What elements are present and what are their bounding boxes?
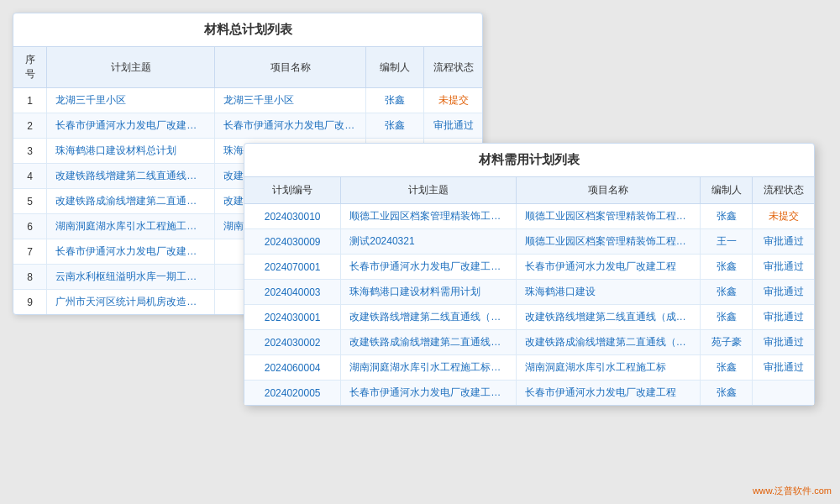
seq-cell: 7 — [13, 239, 47, 265]
seq-cell: 2 — [13, 113, 47, 139]
watermark-brand: 泛普软件 — [774, 486, 811, 496]
editor-cell: 张鑫 — [700, 355, 753, 381]
seq-cell: 9 — [13, 290, 47, 315]
editor-cell: 张鑫 — [700, 381, 753, 406]
project-cell: 龙湖三千里小区 — [215, 88, 366, 113]
editor-cell: 张鑫 — [366, 113, 424, 139]
theme-cell: 珠海鹤港口建设材料总计划 — [47, 139, 215, 164]
theme-cell: 长春市伊通河水力发电厂改建工程材料总计划 — [47, 239, 215, 265]
table2-header-row: 计划编号 计划主题 项目名称 编制人 流程状态 — [244, 177, 814, 204]
seq-cell: 6 — [13, 214, 47, 239]
table1-col-project: 项目名称 — [215, 47, 366, 88]
theme-cell: 长春市伊通河水力发电厂改建工程材… — [341, 381, 517, 406]
table-row[interactable]: 1 龙湖三千里小区 龙湖三千里小区 张鑫 未提交 — [13, 88, 482, 113]
code-cell: 2024030001 — [244, 305, 341, 330]
editor-cell: 张鑫 — [700, 255, 753, 280]
theme-cell: 广州市天河区统计局机房改造项目材料总计划 — [47, 290, 215, 315]
seq-cell: 4 — [13, 164, 47, 189]
project-cell: 珠海鹤港口建设 — [516, 280, 700, 305]
project-cell: 改建铁路线增建第二线直通线（成都… — [516, 305, 700, 330]
table-row[interactable]: 2024030002 改建铁路成渝线增建第二直通线（成… 改建铁路成渝线增建第二… — [244, 330, 814, 355]
editor-cell: 张鑫 — [700, 305, 753, 330]
editor-cell: 张鑫 — [700, 280, 753, 305]
table1-col-theme: 计划主题 — [47, 47, 215, 88]
table-row[interactable]: 2024020005 长春市伊通河水力发电厂改建工程材… 长春市伊通河水力发电厂… — [244, 381, 814, 406]
watermark: www.泛普软件.com — [753, 485, 832, 497]
theme-cell: 龙湖三千里小区 — [47, 88, 215, 113]
project-cell: 顺德工业园区档案管理精装饰工程（… — [516, 204, 700, 229]
theme-cell: 改建铁路成渝线增建第二直通线（成… — [341, 330, 517, 355]
code-cell: 2024030009 — [244, 229, 341, 255]
code-cell: 2024070001 — [244, 255, 341, 280]
table2-col-status: 流程状态 — [753, 177, 814, 204]
theme-cell: 测试20240321 — [341, 229, 517, 255]
code-cell: 2024040003 — [244, 280, 341, 305]
table-row[interactable]: 2024060004 湖南洞庭湖水库引水工程施工标材… 湖南洞庭湖水库引水工程施… — [244, 355, 814, 381]
project-cell: 顺德工业园区档案管理精装饰工程（… — [516, 229, 700, 255]
seq-cell: 1 — [13, 88, 47, 113]
table2-col-code: 计划编号 — [244, 177, 341, 204]
theme-cell: 珠海鹤港口建设材料需用计划 — [341, 280, 517, 305]
project-cell: 长春市伊通河水力发电厂改建工程 — [215, 113, 366, 139]
table-row[interactable]: 2024040003 珠海鹤港口建设材料需用计划 珠海鹤港口建设 张鑫 审批通过 — [244, 280, 814, 305]
table-row[interactable]: 2024070001 长春市伊通河水力发电厂改建工程合… 长春市伊通河水力发电厂… — [244, 255, 814, 280]
table2-col-project: 项目名称 — [516, 177, 700, 204]
status-cell: 审批通过 — [753, 330, 814, 355]
theme-cell: 湖南洞庭湖水库引水工程施工标材料总计划 — [47, 214, 215, 239]
seq-cell: 3 — [13, 139, 47, 164]
seq-cell: 5 — [13, 189, 47, 214]
table1-col-seq: 序号 — [13, 47, 47, 88]
theme-cell: 改建铁路线增建第二线直通线（成都… — [341, 305, 517, 330]
theme-cell: 顺德工业园区档案管理精装饰工程（… — [341, 204, 517, 229]
editor-cell: 苑子豪 — [700, 330, 753, 355]
theme-cell: 改建铁路线增建第二线直通线（成都-西安）… — [47, 164, 215, 189]
table1-title: 材料总计划列表 — [13, 13, 482, 47]
project-cell: 长春市伊通河水力发电厂改建工程 — [516, 381, 700, 406]
watermark-prefix: www. — [753, 486, 774, 496]
code-cell: 2024030010 — [244, 204, 341, 229]
status-cell: 未提交 — [753, 204, 814, 229]
editor-cell: 张鑫 — [366, 88, 424, 113]
seq-cell: 8 — [13, 265, 47, 290]
theme-cell: 长春市伊通河水力发电厂改建工程合同材料… — [47, 113, 215, 139]
table2-col-editor: 编制人 — [700, 177, 753, 204]
editor-cell: 王一 — [700, 229, 753, 255]
editor-cell: 张鑫 — [700, 204, 753, 229]
table1-col-status: 流程状态 — [424, 47, 482, 88]
status-cell: 审批通过 — [753, 355, 814, 381]
code-cell: 2024020005 — [244, 381, 341, 406]
status-cell: 审批通过 — [753, 229, 814, 255]
table-row[interactable]: 2024030010 顺德工业园区档案管理精装饰工程（… 顺德工业园区档案管理精… — [244, 204, 814, 229]
table-row[interactable]: 2 长春市伊通河水力发电厂改建工程合同材料… 长春市伊通河水力发电厂改建工程 张… — [13, 113, 482, 139]
status-cell: 审批通过 — [753, 280, 814, 305]
project-cell: 改建铁路成渝线增建第二直通线（成… — [516, 330, 700, 355]
status-cell: 审批通过 — [424, 113, 482, 139]
code-cell: 2024060004 — [244, 355, 341, 381]
theme-cell: 改建铁路成渝线增建第二直通线（成渝枢纽… — [47, 189, 215, 214]
table2-col-theme: 计划主题 — [341, 177, 517, 204]
theme-cell: 长春市伊通河水力发电厂改建工程合… — [341, 255, 517, 280]
table-row[interactable]: 2024030009 测试20240321 顺德工业园区档案管理精装饰工程（… … — [244, 229, 814, 255]
table2-content: 计划编号 计划主题 项目名称 编制人 流程状态 2024030010 顺德工业园… — [244, 177, 814, 405]
theme-cell: 云南水利枢纽溢明水库一期工程施工标材料… — [47, 265, 215, 290]
status-cell: 未提交 — [424, 88, 482, 113]
project-cell: 长春市伊通河水力发电厂改建工程 — [516, 255, 700, 280]
table-row[interactable]: 2024030001 改建铁路线增建第二线直通线（成都… 改建铁路线增建第二线直… — [244, 305, 814, 330]
status-cell: 审批通过 — [753, 305, 814, 330]
table2-title: 材料需用计划列表 — [244, 144, 814, 177]
material-usage-plan-table: 材料需用计划列表 计划编号 计划主题 项目名称 编制人 流程状态 2024030… — [244, 143, 815, 406]
code-cell: 2024030002 — [244, 330, 341, 355]
watermark-suffix: .com — [811, 486, 832, 496]
status-cell: 审批通过 — [753, 255, 814, 280]
table1-col-editor: 编制人 — [366, 47, 424, 88]
table1-header-row: 序号 计划主题 项目名称 编制人 流程状态 — [13, 47, 482, 88]
theme-cell: 湖南洞庭湖水库引水工程施工标材… — [341, 355, 517, 381]
status-cell — [753, 381, 814, 406]
project-cell: 湖南洞庭湖水库引水工程施工标 — [516, 355, 700, 381]
